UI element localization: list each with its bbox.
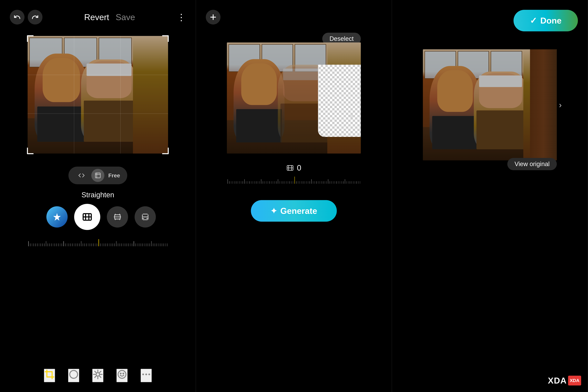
done-label: Done — [540, 16, 562, 26]
crop-tool-btn[interactable] — [44, 369, 55, 382]
svg-rect-0 — [96, 173, 100, 178]
result-photo-area: › View original — [423, 49, 557, 160]
transparent-overlay — [318, 65, 361, 137]
add-button[interactable] — [206, 10, 220, 24]
xda-logo-box: XDA — [568, 376, 581, 386]
panel-edit: Revert Save ⋮ — [0, 0, 196, 392]
svg-point-11 — [123, 373, 124, 374]
perspective-v-button[interactable] — [134, 206, 156, 228]
bottom-toolbar — [0, 369, 196, 382]
crop-icon — [44, 369, 55, 382]
svg-point-10 — [120, 373, 121, 374]
generate-photo-area[interactable]: Deselect — [227, 42, 361, 154]
svg-point-8 — [96, 372, 100, 376]
edit-pencil-icon: ✏ — [348, 112, 354, 120]
adjust-icon — [92, 369, 103, 382]
done-button[interactable]: ✓ Done — [514, 10, 578, 31]
more-menu-button[interactable]: ⋮ — [177, 12, 186, 22]
edit-action-buttons — [40, 204, 156, 230]
straighten-value: 0 — [297, 163, 301, 172]
edit-topbar: Revert Save ⋮ — [0, 0, 196, 30]
crop-handle-br[interactable] — [162, 148, 169, 154]
crop-handle-tr[interactable] — [162, 35, 169, 42]
straighten-button[interactable] — [74, 204, 100, 230]
more-icon — [141, 369, 152, 382]
xda-text: XDA — [548, 376, 567, 386]
tool-btn-free[interactable]: Free — [108, 169, 121, 182]
crop-handle-tl[interactable] — [27, 35, 34, 42]
tool-btn-code[interactable] — [75, 169, 88, 182]
photo-base: ✏ — [227, 42, 361, 154]
crop-handle-bl[interactable] — [27, 148, 34, 154]
svg-point-13 — [145, 374, 147, 375]
svg-point-14 — [148, 374, 150, 375]
crop-photo-area[interactable] — [28, 36, 168, 154]
redo-button[interactable] — [28, 10, 42, 24]
tool-btn-crop[interactable] — [91, 169, 104, 182]
panel-result: ✓ Done — [392, 0, 588, 392]
panel-generate: Deselect — [196, 0, 392, 392]
generate-ruler[interactable]: const tickContainer2 = document.currentS… — [227, 176, 361, 184]
topbar-center: Revert Save — [84, 12, 135, 22]
adjust-tool-btn[interactable] — [92, 369, 104, 382]
value-row: 0 — [286, 163, 301, 172]
svg-point-9 — [118, 370, 126, 378]
undo-button[interactable] — [10, 10, 24, 24]
generate-topbar — [196, 0, 392, 30]
ai-edit-button[interactable] — [46, 206, 68, 228]
perspective-h-button[interactable] — [107, 206, 128, 228]
straighten-label: Straighten — [82, 191, 114, 199]
straighten-ruler[interactable]: const tickContainer = document.currentSc… — [28, 236, 168, 246]
svg-point-12 — [142, 374, 144, 375]
filter-tool-btn[interactable] — [68, 369, 79, 382]
sparkle-icon: ✦ — [270, 206, 277, 216]
xda-watermark: XDA XDA — [548, 376, 581, 386]
tool-selector-row: Free — [68, 166, 127, 184]
face-tool-btn[interactable] — [116, 369, 128, 382]
xda-logo-inner: XDA — [570, 378, 579, 383]
generate-label: Generate — [280, 206, 317, 216]
revert-label[interactable]: Revert — [84, 12, 109, 22]
filter-icon — [68, 369, 79, 382]
right-arrow-handle[interactable]: › — [559, 100, 562, 110]
undo-redo-group — [10, 10, 42, 24]
save-label[interactable]: Save — [116, 12, 135, 22]
checkmark-icon: ✓ — [530, 16, 537, 26]
more-tool-btn[interactable] — [141, 369, 152, 382]
result-photo — [423, 49, 557, 160]
face-icon — [117, 369, 127, 382]
view-original-button[interactable]: View original — [507, 158, 557, 170]
generate-button[interactable]: ✦ Generate — [251, 200, 337, 222]
straighten-icon — [286, 164, 294, 172]
result-topbar: ✓ Done — [392, 0, 588, 36]
